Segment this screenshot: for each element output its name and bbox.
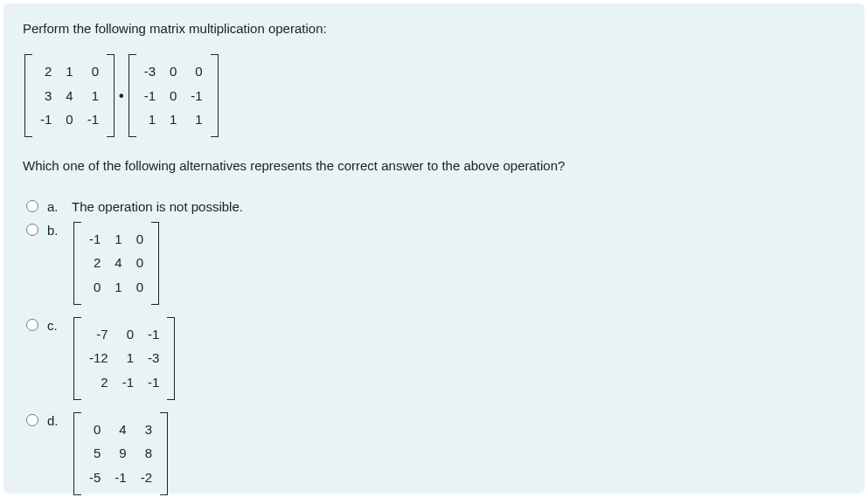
matrix-cell: -5 [82,466,108,490]
matrix-expression: 2 1 0 3 4 1 -1 0 -1 • -3 [23,51,220,141]
matrix-cell: 1 [137,107,163,132]
option-d-content: 0 4 3 5 9 8 -5 -1 -2 [65,411,170,498]
matrix-cell: -1 [108,466,133,490]
matrix-cell: 1 [115,346,141,370]
option-letter: b. [47,220,65,240]
matrix-cell: 4 [108,418,133,442]
matrix-cell: -2 [134,466,159,490]
option-letter: a. [47,197,65,217]
matrix-cell: 0 [82,275,108,300]
matrix-cell: 9 [108,441,133,466]
matrix-cell: 4 [59,84,80,108]
matrix-cell: -1 [80,107,106,132]
radio-option-c[interactable] [26,319,38,331]
matrix-cell: 0 [82,418,108,442]
matrix-cell: -3 [141,346,166,370]
matrix-cell: 0 [163,59,184,84]
option-d: d. 0 4 3 5 9 8 [26,411,845,498]
matrix-cell: 3 [134,418,159,442]
matrix-cell: 0 [184,59,209,84]
option-letter: c. [47,315,65,335]
option-b-content: -1 1 0 2 4 0 0 1 0 [65,220,161,312]
matrix-cell: -1 [33,107,59,132]
matrix-right: -3 0 0 -1 0 -1 1 1 1 [128,54,219,137]
matrix-cell: 1 [163,107,184,132]
matrix-cell: -12 [82,346,115,370]
question-intro: Perform the following matrix multiplicat… [23,19,845,38]
matrix-cell: -3 [137,59,163,84]
matrix-cell: 0 [115,322,141,347]
matrix-cell: 0 [59,107,80,132]
matrix-left: 2 1 0 3 4 1 -1 0 -1 [24,54,115,137]
option-c-matrix: -7 0 -1 -12 1 -3 2 -1 -1 [73,317,175,400]
matrix-cell: -1 [141,370,166,395]
matrix-cell: -1 [184,84,209,108]
matrix-cell: 1 [80,84,106,108]
matrix-cell: 2 [33,59,59,84]
matrix-cell: 0 [163,84,184,108]
option-letter: d. [47,411,65,431]
option-a-text: The operation is not possible. [65,197,243,217]
options-group: a. The operation is not possible. b. -1 … [23,191,845,497]
matrix-cell: 2 [82,370,115,395]
question-panel: Perform the following matrix multiplicat… [3,3,865,494]
matrix-cell: 0 [129,227,150,252]
matrix-cell: -1 [115,370,141,395]
matrix-cell: 0 [80,59,106,84]
question-prompt: Which one of the following alternatives … [23,156,845,176]
matrix-cell: 8 [134,441,159,466]
option-b: b. -1 1 0 2 4 0 [26,220,845,312]
matrix-cell: 1 [184,107,209,132]
matrix-cell: -7 [82,322,115,347]
matrix-cell: 4 [108,251,128,275]
option-c-content: -7 0 -1 -12 1 -3 2 -1 -1 [65,315,177,407]
matrix-cell: 5 [82,441,108,466]
radio-option-a[interactable] [26,200,38,212]
matrix-cell: -1 [137,84,163,108]
matrix-cell: 1 [108,275,128,300]
option-d-matrix: 0 4 3 5 9 8 -5 -1 -2 [73,412,168,495]
matrix-cell: 1 [108,227,128,252]
option-c: c. -7 0 -1 -12 1 -3 [26,315,845,407]
radio-option-b[interactable] [26,224,38,236]
matrix-cell: 1 [59,59,80,84]
matrix-cell: 0 [129,251,150,275]
radio-option-d[interactable] [26,414,38,426]
matrix-cell: 3 [33,84,59,108]
matrix-cell: 2 [82,251,108,275]
matrix-cell: -1 [82,227,108,252]
option-a: a. The operation is not possible. [26,197,845,217]
option-b-matrix: -1 1 0 2 4 0 0 1 0 [73,222,159,305]
matrix-cell: -1 [141,322,166,347]
matrix-cell: 0 [129,275,150,300]
multiply-dot-icon: • [116,86,127,106]
